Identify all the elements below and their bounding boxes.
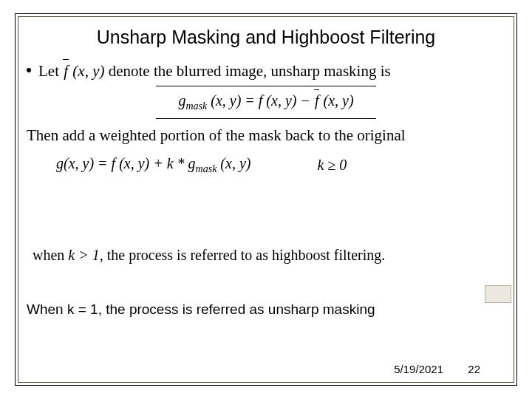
bullet-dot-icon: [27, 68, 31, 72]
hb-suffix: , the process is referred to as highboos…: [100, 247, 386, 263]
let-args: (x, y): [69, 62, 104, 80]
eq2-tail: (x, y): [216, 155, 250, 171]
eq1-mid: (x, y) = f (x, y) −: [207, 92, 314, 109]
eq1-tail: (x, y): [319, 92, 353, 109]
highboost-note: when k > 1, the process is referred to a…: [33, 247, 385, 264]
bullet-line-1: Let f (x, y) denote the blurred image, u…: [27, 61, 505, 81]
k-condition: k ≥ 0: [317, 155, 347, 175]
eq1-sub: mask: [185, 100, 207, 112]
equation-2: g(x, y) = f (x, y) + k * gmask (x, y): [56, 154, 250, 177]
slide: Unsharp Masking and Highboost Filtering …: [0, 0, 532, 399]
hb-prefix: when: [33, 247, 68, 263]
equation-1: gmask (x, y) = f (x, y) − f (x, y): [156, 86, 375, 119]
eq1-fbar: f: [314, 91, 320, 111]
eq2-sub: mask: [196, 163, 217, 174]
then-line: Then add a weighted portion of the mask …: [27, 125, 505, 146]
slide-body: Let f (x, y) denote the blurred image, u…: [27, 61, 505, 198]
unsharp-note: When k = 1, the process is referred as u…: [27, 301, 375, 318]
hb-k: k > 1: [68, 247, 99, 263]
equation-2-row: g(x, y) = f (x, y) + k * gmask (x, y) k …: [56, 154, 505, 177]
footer-page-number: 22: [468, 363, 480, 375]
equation-1-wrap: gmask (x, y) = f (x, y) − f (x, y): [27, 86, 505, 119]
f-bar-symbol: f: [63, 61, 69, 81]
let-suffix: denote the blurred image, unsharp maskin…: [109, 62, 391, 80]
let-prefix: Let: [38, 62, 63, 80]
footer-date: 5/19/2021: [394, 363, 443, 375]
slide-title: Unsharp Masking and Highboost Filtering: [0, 27, 532, 48]
eq2-lhs: g(x, y) = f (x, y) + k * g: [56, 155, 196, 171]
eq1-g: g: [178, 92, 185, 109]
decorative-box: [485, 285, 511, 303]
line-1-text: Let f (x, y) denote the blurred image, u…: [38, 61, 391, 81]
